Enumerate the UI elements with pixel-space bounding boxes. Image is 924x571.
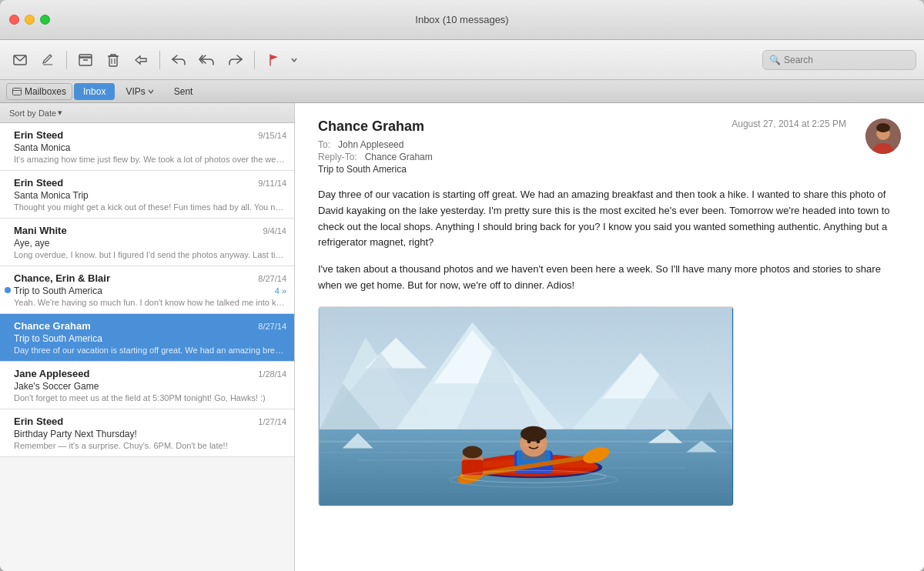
- msg-date: 1/28/14: [258, 369, 286, 379]
- msg-subject: Birthday Party Next Thursday!: [14, 429, 286, 439]
- msg-header: Erin Steed 9/15/14: [14, 129, 286, 141]
- reply-to-label: Reply-To:: [318, 152, 357, 162]
- tab-inbox-label: Inbox: [83, 86, 105, 97]
- tab-sent[interactable]: Sent: [165, 83, 203, 100]
- message-item-selected[interactable]: Chance Graham 8/27/14 Trip to South Amer…: [0, 314, 294, 362]
- toolbar-separator-1: [66, 51, 67, 69]
- reply-all-button[interactable]: [194, 48, 220, 72]
- msg-date: 8/27/14: [258, 322, 286, 331]
- email-inline-image: [318, 306, 734, 506]
- msg-header: Jane Appleseed 1/28/14: [14, 368, 286, 379]
- close-button[interactable]: [9, 15, 19, 25]
- to-label: To:: [318, 139, 330, 150]
- main-content: Sort by Date ▾ Erin Steed 9/15/14 Santa …: [0, 103, 924, 571]
- svg-point-49: [463, 446, 483, 458]
- msg-subject: Trip to South America: [14, 333, 286, 344]
- msg-date: 9/4/14: [263, 226, 286, 235]
- message-list: Sort by Date ▾ Erin Steed 9/15/14 Santa …: [0, 103, 295, 571]
- mailboxes-button[interactable]: Mailboxes: [6, 83, 72, 100]
- email-from: Chance Graham: [318, 119, 716, 135]
- msg-badge: 4 »: [275, 286, 286, 296]
- msg-sender: Mani White: [14, 225, 67, 236]
- msg-sender: Erin Steed: [14, 129, 63, 141]
- msg-sender: Erin Steed: [14, 416, 63, 427]
- tabbar: Mailboxes Inbox VIPs Sent: [0, 80, 924, 103]
- msg-preview: Don't forget to meet us at the field at …: [14, 393, 286, 402]
- delete-button[interactable]: [101, 48, 126, 72]
- toolbar: 🔍: [0, 40, 924, 80]
- toolbar-separator-2: [159, 51, 160, 69]
- msg-preview: Long overdue, I know. but I figured I'd …: [14, 250, 286, 259]
- msg-subject: Jake's Soccer Game: [14, 381, 286, 392]
- message-item[interactable]: Jane Appleseed 1/28/14 Jake's Soccer Gam…: [0, 362, 294, 409]
- msg-preview: Day three of our vacation is starting of…: [14, 346, 286, 355]
- msg-subject: Santa Monica Trip: [14, 190, 286, 201]
- msg-sender: Erin Steed: [14, 177, 63, 189]
- message-item[interactable]: Chance, Erin & Blair 8/27/14 Trip to Sou…: [0, 266, 294, 314]
- tab-sent-label: Sent: [174, 86, 193, 97]
- msg-header: Erin Steed 1/27/14: [14, 416, 286, 427]
- message-item[interactable]: Erin Steed 9/11/14 Santa Monica Trip Tho…: [0, 171, 294, 219]
- forward-button[interactable]: [223, 48, 248, 72]
- sort-label: Sort by Date: [9, 109, 56, 118]
- email-date: August 27, 2014 at 2:25 PM: [732, 119, 846, 129]
- msg-subject: Aye, aye: [14, 238, 286, 249]
- window-controls: [9, 15, 50, 25]
- search-icon: 🔍: [769, 55, 781, 65]
- flag-button[interactable]: [261, 48, 286, 72]
- svg-rect-3: [79, 55, 92, 58]
- msg-sender: Chance, Erin & Blair: [14, 272, 110, 284]
- tab-vips[interactable]: VIPs: [116, 83, 162, 100]
- email-to: John Appleseed: [338, 139, 403, 150]
- sort-arrow: ▾: [58, 108, 62, 118]
- flag-dropdown-button[interactable]: [289, 48, 300, 72]
- titlebar: Inbox (10 messages): [0, 0, 924, 40]
- email-to-row: To: John Appleseed: [318, 139, 716, 150]
- maximize-button[interactable]: [40, 15, 50, 25]
- msg-header: Chance, Erin & Blair 8/27/14: [14, 272, 286, 284]
- move-button[interactable]: [129, 48, 153, 72]
- email-replyto-row: Reply-To: Chance Graham: [318, 152, 716, 162]
- msg-date: 1/27/14: [258, 417, 286, 426]
- avatar: [865, 119, 901, 154]
- email-header: Chance Graham To: John Appleseed Reply-T…: [318, 119, 901, 175]
- svg-point-43: [524, 442, 528, 447]
- message-item[interactable]: Mani White 9/4/14 Aye, aye Long overdue,…: [0, 219, 294, 266]
- msg-date: 8/27/14: [258, 274, 286, 283]
- svg-rect-10: [13, 88, 22, 95]
- message-item[interactable]: Erin Steed 9/15/14 Santa Monica It's ama…: [0, 123, 294, 171]
- tab-vips-label: VIPs: [126, 86, 145, 97]
- tab-inbox[interactable]: Inbox: [74, 83, 115, 100]
- msg-preview: Thought you might get a kick out of thes…: [14, 202, 286, 212]
- reply-button[interactable]: [166, 48, 191, 72]
- msg-date: 9/11/14: [258, 179, 286, 188]
- messages-scroll[interactable]: Erin Steed 9/15/14 Santa Monica It's ama…: [0, 123, 294, 571]
- toolbar-separator-3: [254, 51, 255, 69]
- svg-rect-5: [109, 56, 117, 66]
- compose-write-button[interactable]: [35, 48, 60, 72]
- msg-preview: Yeah. We're having so much fun. I don't …: [14, 298, 286, 307]
- email-body-p2: I've taken about a thousand photos and w…: [318, 262, 901, 294]
- msg-date: 9/15/14: [258, 131, 286, 140]
- search-input[interactable]: [784, 55, 909, 65]
- msg-subject: Trip to South America 4 »: [14, 286, 286, 296]
- msg-sender: Jane Appleseed: [14, 368, 90, 379]
- compose-button[interactable]: [8, 48, 32, 72]
- msg-sender: Chance Graham: [14, 320, 91, 332]
- svg-point-44: [539, 442, 544, 447]
- svg-point-41: [527, 439, 531, 443]
- mailboxes-label: Mailboxes: [25, 86, 66, 97]
- message-item[interactable]: Erin Steed 1/27/14 Birthday Party Next T…: [0, 409, 294, 457]
- email-detail: Chance Graham To: John Appleseed Reply-T…: [295, 103, 924, 571]
- window-title: Inbox (10 messages): [415, 14, 508, 25]
- archive-button[interactable]: [73, 48, 98, 72]
- minimize-button[interactable]: [25, 15, 35, 25]
- email-body-p1: Day three of our vacation is starting of…: [318, 187, 901, 251]
- avatar-image: [865, 119, 901, 154]
- svg-point-42: [536, 439, 540, 443]
- email-body: Day three of our vacation is starting of…: [318, 187, 901, 294]
- msg-header: Erin Steed 9/11/14: [14, 177, 286, 189]
- msg-subject-text: Trip to South America: [14, 286, 102, 296]
- msg-preview: It's amazing how time just flew by. We t…: [14, 155, 286, 164]
- sort-bar[interactable]: Sort by Date ▾: [0, 103, 294, 123]
